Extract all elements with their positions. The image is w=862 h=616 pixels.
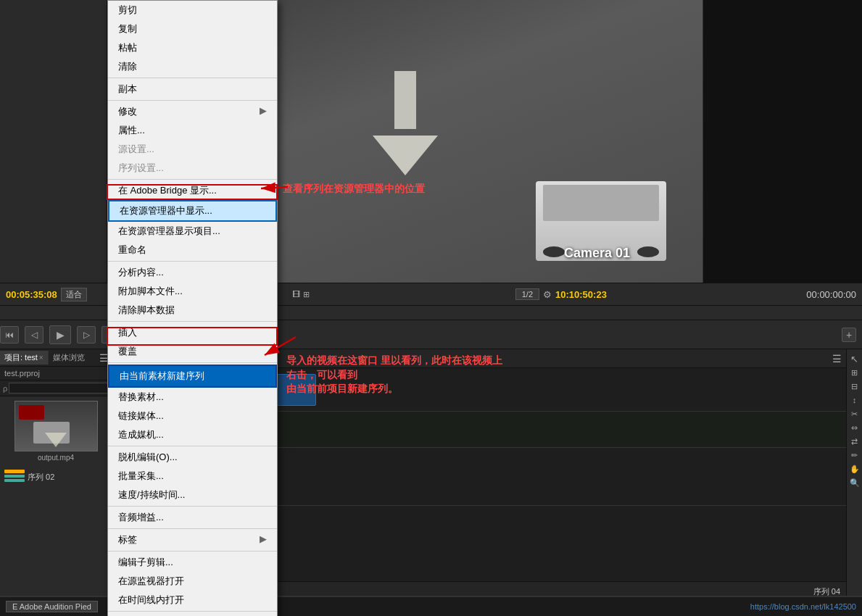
zoom-tool-icon[interactable]: 🔍 — [849, 477, 861, 488]
ctx-audio-gain[interactable]: 音频增益... — [108, 508, 277, 527]
ctx-label[interactable]: 标签 ▶ — [108, 530, 277, 549]
media-filename: output.mp4 — [38, 454, 74, 462]
arrow-tool-icon[interactable]: ↖ — [849, 353, 861, 365]
rate-stretch-icon[interactable]: ↕ — [849, 394, 861, 406]
slip-tool-icon[interactable]: ⇔ — [849, 422, 861, 433]
ctx-replace-footage[interactable]: 替换素材... — [108, 388, 277, 407]
add-track-btn[interactable]: + — [842, 328, 856, 342]
go-to-start-btn[interactable]: ⏮ — [0, 326, 19, 344]
ctx-sep1 — [108, 78, 277, 78]
ctx-sep6 — [108, 362, 277, 363]
ctx-link-media[interactable]: 链接媒体... — [108, 407, 277, 425]
ctx-sep7 — [108, 446, 277, 446]
fit-button[interactable]: 适合 — [61, 288, 87, 301]
ctx-sep8 — [108, 506, 277, 507]
sequence-item-02[interactable]: 序列 02 — [0, 466, 112, 488]
ctx-open-source[interactable]: 在源监视器打开 — [108, 572, 277, 591]
search-icon: ρ — [3, 384, 7, 393]
step-fwd-btn[interactable]: ▷ — [77, 326, 96, 344]
context-menu: 剪切 复制 粘帖 清除 副本 修改 ▶ 属性... 源设置... 序列设置...… — [107, 0, 278, 616]
ctx-clear-script[interactable]: 清除脚本数据 — [108, 301, 277, 320]
project-filename: test.prproj — [0, 367, 112, 380]
play-btn[interactable]: ▶ — [49, 325, 71, 344]
ctx-open-timeline[interactable]: 在时间线内打开 — [108, 591, 277, 609]
ctx-make-subclip[interactable]: 造成媒机... — [108, 425, 277, 444]
ctx-batch-capture[interactable]: 批量采集... — [108, 467, 277, 486]
ctx-show-explorer[interactable]: 在资源管理器中显示... — [108, 200, 277, 222]
ctx-speed-duration[interactable]: 速度/持续时间... — [108, 486, 277, 504]
ctx-offline-edit[interactable]: 脱机编辑(O)... — [108, 448, 277, 467]
ctx-rename[interactable]: 重命名 — [108, 241, 277, 259]
ctx-new-seq-from-clip[interactable]: 由当前素材新建序列 — [108, 365, 277, 388]
ctx-sep4 — [108, 261, 277, 262]
ripple-edit-icon[interactable]: ⊞ — [849, 367, 861, 378]
ctx-add-script[interactable]: 附加脚本文件... — [108, 282, 277, 301]
tools-panel: ↖ ⊞ ⊟ ↕ ✂ ⇔ ⇄ ✏ ✋ 🔍 — [846, 349, 862, 602]
panel-tabs: 项目: test × 媒体浏览 ☰ — [0, 349, 112, 367]
ctx-insert[interactable]: 插入 — [108, 323, 277, 342]
ctx-modify-label: 修改 — [118, 105, 137, 118]
media-thumbnail — [14, 401, 98, 451]
ctx-subclip-edit[interactable]: 编辑子剪辑... — [108, 553, 277, 572]
ctx-sep9 — [108, 528, 277, 529]
ctx-sep11 — [108, 611, 277, 612]
seq-icon-02 — [4, 469, 25, 485]
ctx-properties[interactable]: 属性... — [108, 121, 277, 140]
tab-media-browser[interactable]: 媒体浏览 — [49, 351, 89, 365]
ctx-source-settings[interactable]: 源设置... — [108, 140, 277, 159]
tab-project-close[interactable]: × — [39, 354, 43, 362]
tab-project[interactable]: 项目: test × — [0, 351, 49, 365]
seq02-label: 序列 02 — [28, 472, 54, 483]
camera-label: Camera 01 — [564, 246, 630, 261]
media-item-output[interactable]: output.mp4 — [0, 396, 112, 466]
ctx-copy[interactable]: 复制 — [108, 20, 277, 38]
total-time-display: 10:10:50:23 — [555, 289, 607, 300]
ctx-modify-arrow: ▶ — [260, 105, 267, 118]
ctx-analyze[interactable]: 分析内容... — [108, 263, 277, 282]
ctx-sep5 — [108, 321, 277, 322]
ctx-clear[interactable]: 清除 — [108, 57, 277, 76]
ctx-duplicate[interactable]: 副本 — [108, 80, 277, 99]
search-input[interactable] — [9, 383, 109, 394]
ctx-cut[interactable]: 剪切 — [108, 1, 277, 20]
program-monitor — [703, 0, 862, 283]
timeline-menu-icon[interactable]: ☰ — [832, 353, 842, 365]
scale-dropdown[interactable]: 1/2 — [515, 288, 539, 300]
end-time-display: 00:00:00:00 — [806, 289, 856, 300]
search-bar: ρ — [0, 380, 112, 396]
ctx-set-poster[interactable]: 设置标识帧 — [108, 613, 277, 616]
project-panel: 项目: test × 媒体浏览 ☰ test.prproj ρ — [0, 349, 112, 602]
tab-media-label: 媒体浏览 — [53, 353, 85, 362]
ctx-sep3 — [108, 179, 277, 180]
ctx-label-arrow: ▶ — [260, 533, 267, 546]
step-back-btn[interactable]: ◁ — [25, 326, 43, 344]
ctx-cover[interactable]: 覆盖 — [108, 342, 277, 361]
ctx-seq-settings[interactable]: 序列设置... — [108, 159, 277, 178]
current-time-display: 00:05:35:08 — [6, 289, 57, 300]
hand-tool-icon[interactable]: ✋ — [849, 463, 861, 475]
ctx-paste[interactable]: 粘帖 — [108, 38, 277, 57]
ctx-adobe-bridge[interactable]: 在 Adobe Bridge 显示... — [108, 181, 277, 200]
ctx-sep10 — [108, 551, 277, 552]
ctx-show-item-explorer[interactable]: 在资源管理器显示项目... — [108, 222, 277, 241]
pen-tool-icon[interactable]: ✏ — [849, 449, 861, 461]
ctx-modify[interactable]: 修改 ▶ — [108, 102, 277, 121]
taskbar-btn-audition[interactable]: E Adobe Audition Pied — [6, 601, 98, 612]
razor-tool-icon[interactable]: ✂ — [849, 408, 861, 420]
ctx-sep2 — [108, 100, 277, 101]
ctx-label-text: 标签 — [118, 533, 137, 546]
slide-tool-icon[interactable]: ⇄ — [849, 436, 861, 447]
url-link: https://blog.csdn.net/lk142500 — [750, 602, 856, 611]
rolling-edit-icon[interactable]: ⊟ — [849, 380, 861, 392]
tab-project-label: 项目: test — [4, 352, 38, 363]
